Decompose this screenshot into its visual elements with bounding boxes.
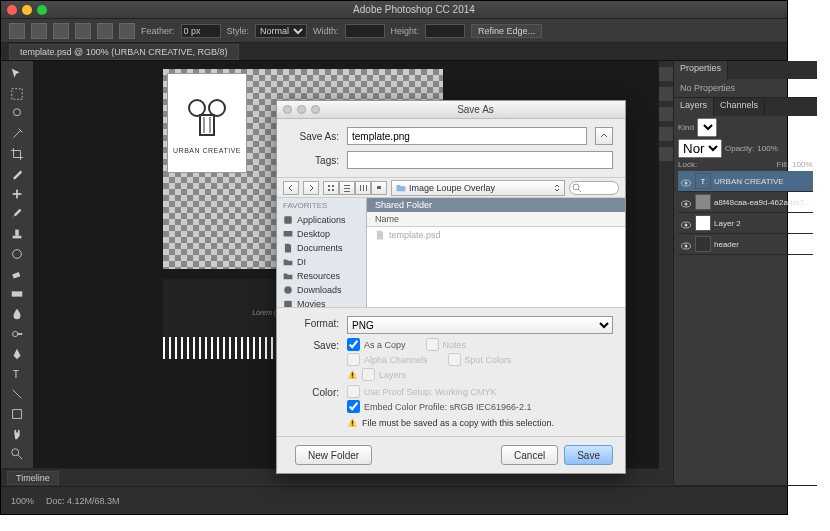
dialog-close-button[interactable] bbox=[283, 105, 292, 114]
close-window-button[interactable] bbox=[7, 5, 17, 15]
cancel-button[interactable]: Cancel bbox=[501, 445, 558, 465]
layer-name[interactable]: header bbox=[714, 240, 811, 249]
shape-tool[interactable] bbox=[6, 405, 28, 423]
eraser-tool[interactable] bbox=[6, 265, 28, 283]
format-label: Format: bbox=[289, 316, 339, 329]
path-tool[interactable] bbox=[6, 385, 28, 403]
dialog-zoom-button[interactable] bbox=[311, 105, 320, 114]
folder-dropdown[interactable]: Image Loupe Overlay bbox=[391, 180, 565, 196]
as-copy-checkbox[interactable]: As a Copy bbox=[347, 338, 406, 351]
sidebar-item-movies[interactable]: Movies bbox=[277, 297, 366, 307]
kind-filter[interactable] bbox=[697, 118, 717, 137]
blur-tool[interactable] bbox=[6, 305, 28, 323]
feather-input[interactable] bbox=[181, 24, 221, 38]
layer-item[interactable]: T URBAN CREATIVE bbox=[678, 171, 813, 192]
eyedropper-tool[interactable] bbox=[6, 165, 28, 183]
visibility-toggle[interactable] bbox=[680, 238, 692, 250]
stamp-tool[interactable] bbox=[6, 225, 28, 243]
layers-tab[interactable]: Layers bbox=[674, 98, 714, 116]
pen-tool[interactable] bbox=[6, 345, 28, 363]
nav-forward-button[interactable] bbox=[303, 181, 319, 195]
minimize-window-button[interactable] bbox=[22, 5, 32, 15]
zoom-level[interactable]: 100% bbox=[11, 496, 34, 506]
gradient-tool[interactable] bbox=[6, 285, 28, 303]
layer-item[interactable]: a8f48caa-ea9d-462a-ba7... bbox=[678, 192, 813, 213]
file-row[interactable]: template.psd bbox=[375, 229, 617, 241]
view-column-button[interactable] bbox=[355, 181, 371, 195]
marquee-tool[interactable] bbox=[6, 85, 28, 103]
layer-name[interactable]: a8f48caa-ea9d-462a-ba7... bbox=[714, 198, 811, 207]
svg-point-13 bbox=[12, 449, 19, 456]
history-brush-tool[interactable] bbox=[6, 245, 28, 263]
layer-thumbnail bbox=[695, 236, 711, 252]
format-select[interactable]: PNG bbox=[347, 316, 613, 334]
collapsed-panel-icon[interactable] bbox=[659, 127, 673, 141]
tool-preset-icon[interactable] bbox=[31, 23, 47, 39]
style-select[interactable]: Normal bbox=[255, 24, 307, 38]
sidebar-item-applications[interactable]: Applications bbox=[277, 213, 366, 227]
dialog-titlebar: Save As bbox=[277, 101, 625, 119]
favorites-header: FAVORITES bbox=[277, 198, 366, 213]
layer-item[interactable]: header bbox=[678, 234, 813, 255]
crop-tool[interactable] bbox=[6, 145, 28, 163]
column-header-name[interactable]: Name bbox=[367, 212, 625, 227]
new-folder-button[interactable]: New Folder bbox=[295, 445, 372, 465]
selection-mode-icon[interactable] bbox=[53, 23, 69, 39]
heal-tool[interactable] bbox=[6, 185, 28, 203]
type-tool[interactable]: T bbox=[6, 365, 28, 383]
wand-tool[interactable] bbox=[6, 125, 28, 143]
width-input[interactable] bbox=[345, 24, 385, 38]
view-list-button[interactable] bbox=[339, 181, 355, 195]
view-icon-button[interactable] bbox=[323, 181, 339, 195]
height-input[interactable] bbox=[425, 24, 465, 38]
collapsed-panels bbox=[659, 61, 674, 486]
embed-profile-checkbox[interactable]: Embed Color Profile: sRGB IEC61966-2.1 bbox=[347, 400, 613, 413]
doc-info[interactable]: Doc: 4.12M/68.3M bbox=[46, 496, 120, 506]
dialog-minimize-button[interactable] bbox=[297, 105, 306, 114]
view-coverflow-button[interactable] bbox=[371, 181, 387, 195]
brush-tool[interactable] bbox=[6, 205, 28, 223]
lasso-tool[interactable] bbox=[6, 105, 28, 123]
collapsed-panel-icon[interactable] bbox=[659, 147, 673, 161]
properties-tab[interactable]: Properties bbox=[674, 61, 728, 79]
properties-body: No Properties bbox=[674, 79, 817, 97]
zoom-tool[interactable] bbox=[6, 445, 28, 463]
opacity-value[interactable]: 100% bbox=[757, 144, 777, 153]
selection-mode-int-icon[interactable] bbox=[119, 23, 135, 39]
document-tab-bar: template.psd @ 100% (URBAN CREATIVE, RGB… bbox=[1, 43, 787, 61]
svg-rect-27 bbox=[328, 185, 330, 187]
layer-name[interactable]: Layer 2 bbox=[714, 219, 811, 228]
hand-tool[interactable] bbox=[6, 425, 28, 443]
sidebar-item-resources[interactable]: Resources bbox=[277, 269, 366, 283]
refine-edge-button[interactable]: Refine Edge... bbox=[471, 24, 542, 38]
selection-mode-sub-icon[interactable] bbox=[97, 23, 113, 39]
sidebar-item-desktop[interactable]: Desktop bbox=[277, 227, 366, 241]
save-button[interactable]: Save bbox=[564, 445, 613, 465]
channels-tab[interactable]: Channels bbox=[714, 98, 765, 116]
nav-back-button[interactable] bbox=[283, 181, 299, 195]
timeline-tab[interactable]: Timeline bbox=[7, 471, 59, 485]
window-controls bbox=[7, 5, 47, 15]
visibility-toggle[interactable] bbox=[680, 196, 692, 208]
zoom-window-button[interactable] bbox=[37, 5, 47, 15]
sidebar-item-di[interactable]: DI bbox=[277, 255, 366, 269]
layer-name[interactable]: URBAN CREATIVE bbox=[714, 177, 811, 186]
filename-input[interactable] bbox=[347, 127, 587, 145]
sidebar-item-downloads[interactable]: Downloads bbox=[277, 283, 366, 297]
layer-item[interactable]: Layer 2 bbox=[678, 213, 813, 234]
document-tab[interactable]: template.psd @ 100% (URBAN CREATIVE, RGB… bbox=[9, 44, 239, 60]
fill-value[interactable]: 100% bbox=[792, 160, 812, 169]
visibility-toggle[interactable] bbox=[680, 175, 692, 187]
blend-mode-select[interactable]: Normal bbox=[678, 139, 722, 158]
visibility-toggle[interactable] bbox=[680, 217, 692, 229]
move-tool[interactable] bbox=[6, 65, 28, 83]
ps-logo-icon[interactable] bbox=[9, 23, 25, 39]
tags-input[interactable] bbox=[347, 151, 613, 169]
sidebar-item-documents[interactable]: Documents bbox=[277, 241, 366, 255]
collapsed-panel-icon[interactable] bbox=[659, 107, 673, 121]
collapse-toggle-button[interactable] bbox=[595, 127, 613, 145]
collapsed-panel-icon[interactable] bbox=[659, 67, 673, 81]
dodge-tool[interactable] bbox=[6, 325, 28, 343]
collapsed-panel-icon[interactable] bbox=[659, 87, 673, 101]
selection-mode-add-icon[interactable] bbox=[75, 23, 91, 39]
